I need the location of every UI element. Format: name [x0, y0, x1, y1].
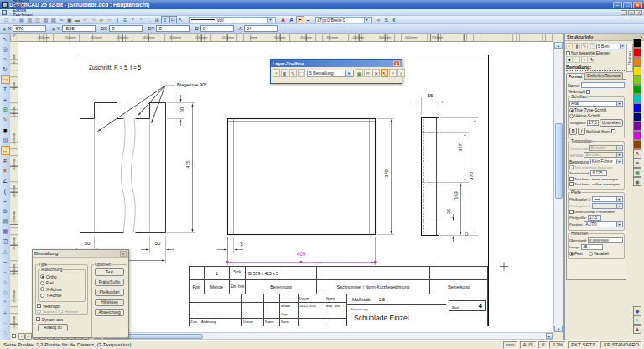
pfeilkopf1-dropdown[interactable]: ⟶▼ [592, 196, 623, 202]
palette-color[interactable] [633, 103, 641, 112]
copy-icon[interactable]: ▣ [65, 16, 74, 23]
dialog-titlebar[interactable]: Bemaßung× [33, 250, 128, 258]
layer-color-swatch[interactable]: ▢ [298, 69, 305, 77]
plus-icon[interactable]: + [1, 309, 10, 318]
palette-color[interactable] [633, 76, 641, 85]
dx-input[interactable]: 0 [109, 25, 143, 32]
layer-color-swatch[interactable]: ▢ [589, 43, 595, 49]
add-icon[interactable]: + [633, 315, 641, 325]
maximize-button[interactable]: □ [623, 2, 632, 8]
glasses-icon[interactable]: ∞ [633, 159, 641, 168]
bucket-icon[interactable]: ▰ [97, 16, 106, 23]
bulb-icon[interactable]: ● [273, 69, 280, 77]
rect-select-icon[interactable]: ▭ [1, 75, 10, 84]
textsize-input[interactable]: 17.5 [587, 120, 598, 126]
edge-icon[interactable]: E [122, 16, 130, 23]
dynam-checkbox[interactable] [36, 317, 40, 321]
select-cursor-icon[interactable]: ↖ [1, 34, 10, 44]
lens-icon[interactable]: ◉ [633, 177, 641, 186]
pencil-icon[interactable]: ✎ [289, 69, 297, 77]
new-icon[interactable]: □ [2, 16, 10, 23]
praefix-suffix-button[interactable]: Präfix/Suffix [95, 279, 124, 286]
curve-icon[interactable]: ≈ [1, 55, 10, 64]
redo-icon[interactable]: ↷ [90, 16, 98, 23]
circle-icon[interactable]: ○ [1, 278, 10, 287]
pfeilkopfart-button[interactable]: Pfeilkopfart [95, 289, 124, 296]
divide-icon[interactable]: ÷ [1, 197, 10, 206]
select-layer-icon[interactable]: ↖ [381, 69, 388, 77]
mirror-icon[interactable]: ◫ [1, 237, 10, 247]
name-input[interactable] [581, 82, 625, 88]
font-larger-button[interactable]: A [279, 16, 288, 23]
print-icon[interactable]: ▥ [26, 16, 34, 23]
dot-icon[interactable]: · [1, 319, 10, 328]
a-input[interactable]: 0° [244, 25, 278, 32]
tab-einheiten-toleranz[interactable]: Einheiten/Toleranz [584, 72, 622, 79]
palette-color[interactable] [633, 39, 641, 48]
palette-icon[interactable]: ▦ [633, 168, 641, 177]
color-swatch-black[interactable]: ■ [566, 56, 573, 63]
palette-color[interactable] [633, 48, 641, 57]
dash-button[interactable]: – [304, 16, 313, 23]
glasses-icon[interactable]: ∞ [375, 16, 383, 23]
open-icon[interactable]: ▱ [10, 16, 18, 23]
y-achse-radio[interactable] [40, 294, 44, 298]
close-icon[interactable]: × [120, 251, 127, 257]
palette-color[interactable] [633, 122, 641, 131]
scroll-down-arrow[interactable]: ▼ [554, 326, 563, 332]
angle-icon[interactable]: ∠ [1, 176, 10, 185]
child-restore-button[interactable]: □ [628, 10, 635, 15]
italic-button[interactable]: I [578, 128, 585, 135]
hilfslinien-button[interactable]: Hilfslinien [95, 299, 124, 306]
vektor-radio[interactable] [569, 114, 574, 118]
euro-icon[interactable]: € [391, 16, 399, 23]
aussen-erzwingen-checkbox[interactable] [569, 182, 574, 186]
layer-toolbox-window[interactable]: Layer-Toolbox× ●▮✎▢ 5 Bemaßung▼ ▦∞✕↖●▮ [270, 59, 402, 84]
undo-icon[interactable]: ↶ [81, 16, 90, 23]
unterschiedl-checkbox[interactable] [569, 210, 574, 214]
frei-radio[interactable] [40, 281, 44, 285]
star-icon[interactable]: * [1, 298, 10, 307]
layer-select-dropdown[interactable]: 5 Bemaßung▼ [307, 70, 354, 77]
font-dropdown[interactable]: Arial▼ [569, 101, 623, 107]
snap-mid-icon[interactable]: − [25, 333, 32, 340]
scrollbar-thumb[interactable] [555, 123, 563, 199]
line-sample-icon[interactable]: — [574, 56, 580, 63]
arc-icon[interactable]: ( [1, 186, 10, 195]
palette-color[interactable] [633, 57, 641, 66]
ortho-radio[interactable] [40, 274, 44, 279]
help-cursor-icon[interactable]: ↖ [177, 16, 185, 23]
d-input[interactable]: 0 [200, 25, 234, 32]
snap-green-icon[interactable]: * [138, 16, 146, 23]
scroll-right-arrow[interactable]: ▶ [546, 333, 553, 339]
s-icon[interactable]: S [382, 16, 391, 23]
text-tool-icon[interactable]: T [1, 85, 10, 94]
brush-icon[interactable]: ▱ [106, 16, 114, 23]
laenge-input[interactable]: 35 [581, 244, 603, 250]
image-layer-icon[interactable]: ▦ [356, 69, 363, 77]
bulb-off-icon[interactable]: ● [389, 69, 397, 77]
verknuepft-checkbox[interactable] [586, 90, 590, 94]
grid-tool-icon[interactable]: ⊞ [1, 106, 10, 115]
pencil-icon[interactable]: ✎ [1, 116, 10, 125]
layer-toolbox-titlebar[interactable]: Layer-Toolbox× [271, 60, 402, 67]
lock-off-icon[interactable]: ▮ [397, 69, 405, 77]
refresh-icon[interactable]: ↻ [589, 56, 595, 63]
box-icon[interactable]: ▫ [1, 268, 10, 277]
truetype-radio[interactable] [569, 108, 574, 112]
palette-color[interactable] [633, 85, 641, 94]
triangle-icon[interactable]: △ [1, 247, 10, 257]
layer-dropdown[interactable]: 5 Bem▼ [596, 44, 626, 49]
bewegung-dropdown[interactable]: Kein Führer▼ [590, 159, 623, 164]
dimension-icon[interactable]: ↔ [1, 146, 10, 155]
tab-format[interactable]: Format [566, 73, 584, 80]
pfeilgroesse-input[interactable]: 17.5 [588, 215, 601, 221]
cut-icon[interactable]: ✂ [58, 16, 66, 23]
dimension-label-selected[interactable]: 469 [296, 252, 306, 257]
scroll-up-arrow[interactable]: ▲ [554, 42, 563, 49]
horizontal-scrollbar[interactable]: ◀ ▶ [94, 332, 553, 340]
ellipse-icon[interactable]: ○ [581, 56, 588, 63]
analog-zu-button[interactable]: Analog zu [38, 324, 68, 331]
lines-icon[interactable]: ≡ [161, 16, 169, 23]
diamond-icon[interactable]: ◇ [1, 288, 10, 297]
